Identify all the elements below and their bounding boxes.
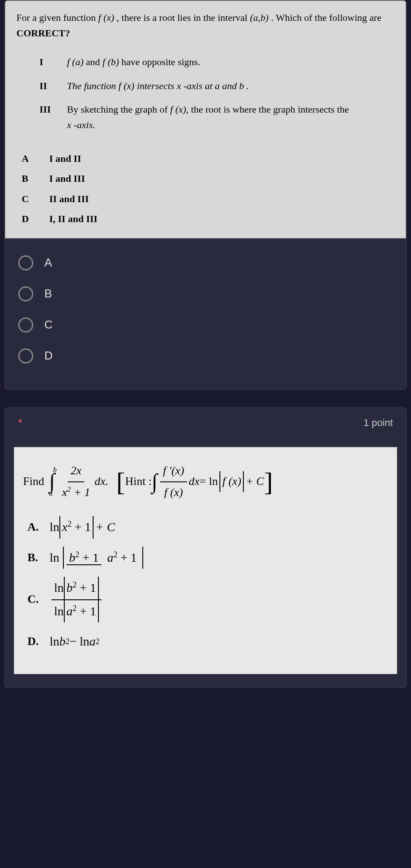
fraction: 2x x2 + 1 xyxy=(59,461,93,503)
answer-content: ln b2 + 1 a2 + 1 xyxy=(50,547,145,569)
answer-letter: B. xyxy=(27,547,50,568)
question-2-image: Find b ∫ a 2x x2 + 1 dx. [ Hint : ∫ f '(… xyxy=(14,447,397,675)
text: For a given function xyxy=(16,12,98,23)
statements-table: I f (a) and f (b) have opposite signs. I… xyxy=(39,50,350,137)
answer-row: BI and III xyxy=(22,169,98,188)
math-ab: (a,b) xyxy=(250,12,269,23)
sup: 2 xyxy=(67,520,71,528)
option-label: B xyxy=(44,287,52,301)
math-fx: f (x) xyxy=(98,12,114,23)
statement-num: I xyxy=(39,51,66,73)
text: x xyxy=(62,486,67,499)
math: f (b) xyxy=(102,56,119,67)
text: The function f (x) intersects x -axis at… xyxy=(67,80,249,91)
frac-den: f (x) xyxy=(161,482,186,503)
plus-c: + C xyxy=(246,471,264,492)
answer-letter: B xyxy=(22,169,48,188)
points-row: * 1 point xyxy=(5,408,406,434)
text: + 1 xyxy=(71,520,91,534)
answer-letter: A xyxy=(22,149,48,168)
text: + 1 xyxy=(77,604,96,618)
abs: x2 + 1 xyxy=(59,516,94,538)
text: b xyxy=(59,630,66,653)
text: ln xyxy=(54,581,64,594)
answer-c: C. lnb2 + 1 lna2 + 1 xyxy=(27,577,384,622)
text: b xyxy=(67,581,73,594)
answer-row: DI, II and III xyxy=(22,209,98,228)
radio-icon[interactable] xyxy=(18,255,33,270)
text: + 1 xyxy=(117,551,137,564)
hint-text: Hint : xyxy=(125,471,152,492)
answer-text: I and III xyxy=(49,169,98,188)
statement-text: By sketching the graph of f (x), the roo… xyxy=(67,98,349,136)
frac-num: b2 + 1 xyxy=(67,551,102,565)
statement-row: II The function f (x) intersects x -axis… xyxy=(39,74,349,97)
text: + 1 xyxy=(71,486,90,499)
option-label: C xyxy=(44,318,53,332)
option-b[interactable]: B xyxy=(14,278,397,309)
frac-num: lnb2 + 1 xyxy=(51,577,102,600)
integral-symbol: ∫ xyxy=(152,473,157,490)
radio-icon[interactable] xyxy=(18,286,33,301)
dx: dx xyxy=(189,471,200,492)
text-correct: CORRECT? xyxy=(16,27,70,39)
points-label: 1 point xyxy=(364,417,393,429)
sup: 2 xyxy=(73,603,77,612)
statement-text: f (a) and f (b) have opposite signs. xyxy=(67,51,349,73)
answer-a: A. ln x2 + 1 + C xyxy=(27,516,384,538)
text: ln xyxy=(50,547,59,569)
sup: 2 xyxy=(75,550,79,559)
text: a xyxy=(67,604,73,618)
answer-text: I and II xyxy=(49,149,98,168)
abs: b2 + 1 xyxy=(64,577,99,599)
sup: 2 xyxy=(73,580,77,589)
answer-row: AI and II xyxy=(22,149,98,168)
question-2-prompt: Find b ∫ a 2x x2 + 1 dx. [ Hint : ∫ f '(… xyxy=(23,461,388,503)
integral-icon: ∫ xyxy=(152,473,157,490)
int-lower: a xyxy=(49,487,53,500)
answer-b: B. ln b2 + 1 a2 + 1 xyxy=(27,547,384,569)
question-1-intro: For a given function f (x) , there is a … xyxy=(16,10,395,41)
bracket-right-icon: ] xyxy=(264,471,273,493)
question-1-image: For a given function f (x) , there is a … xyxy=(5,0,406,239)
text: + C xyxy=(95,516,115,538)
option-label: A xyxy=(44,256,52,270)
text: ln xyxy=(50,630,59,653)
radio-options: A B C D xyxy=(5,239,406,376)
abs-fraction: b2 + 1 a2 + 1 xyxy=(63,547,143,569)
statement-row: III By sketching the graph of f (x), the… xyxy=(39,98,349,136)
abs: f (x) xyxy=(219,471,244,492)
text: ln xyxy=(54,604,64,618)
radio-icon[interactable] xyxy=(18,348,33,364)
option-d[interactable]: D xyxy=(14,340,397,371)
text: a xyxy=(107,551,114,564)
answer-content: lnb2 + 1 lna2 + 1 xyxy=(50,577,103,622)
text: By sketching the graph of xyxy=(67,104,170,115)
option-a[interactable]: A xyxy=(14,247,397,278)
frac-den: x2 + 1 xyxy=(59,482,93,503)
radio-icon[interactable] xyxy=(18,317,33,332)
integral-icon: b ∫ a xyxy=(48,464,57,500)
question-card-1: For a given function f (x) , there is a … xyxy=(4,0,407,390)
option-c[interactable]: C xyxy=(14,309,397,340)
statement-num: III xyxy=(39,98,66,136)
sup: 2 xyxy=(95,634,99,649)
answer-letter: A. xyxy=(27,517,50,538)
dx: dx. xyxy=(94,471,108,492)
sup: 2 xyxy=(114,550,117,559)
question-card-2: * 1 point Find b ∫ a 2x x2 + 1 dx. [ Hin… xyxy=(4,407,407,688)
text: x xyxy=(62,520,67,534)
answer-d: D. ln b2 − ln a2 xyxy=(27,630,384,653)
answer-content: ln b2 − ln a2 xyxy=(50,630,100,653)
statement-num: II xyxy=(39,74,66,97)
text: − ln xyxy=(70,630,90,653)
fraction: lnb2 + 1 lna2 + 1 xyxy=(51,577,102,622)
sup: 2 xyxy=(66,634,70,649)
answer-text: I, II and III xyxy=(49,209,98,228)
answer-content: ln x2 + 1 + C xyxy=(50,516,115,538)
math: f (x) xyxy=(170,104,186,115)
text: , there is a root lies in the interval xyxy=(117,12,250,23)
answer-letter: D xyxy=(22,209,48,228)
statement-row: I f (a) and f (b) have opposite signs. xyxy=(39,51,349,73)
statement-text: The function f (x) intersects x -axis at… xyxy=(67,74,349,97)
